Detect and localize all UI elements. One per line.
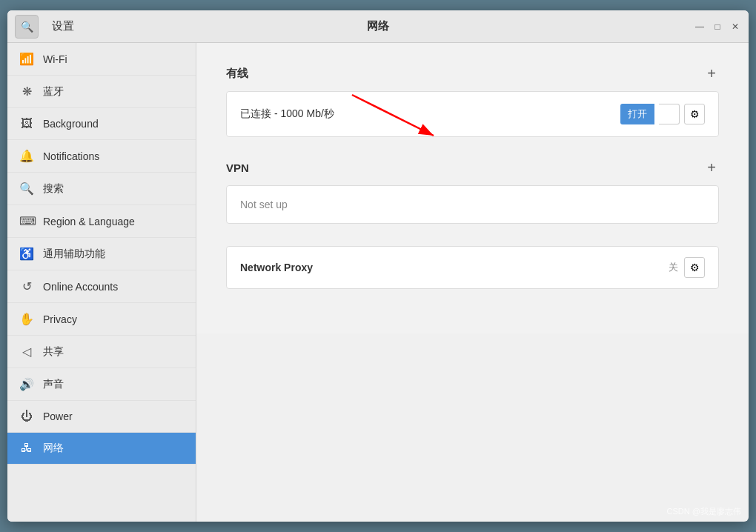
sidebar-title: 设置 — [52, 19, 74, 33]
sidebar-label-bluetooth: 蓝牙 — [43, 85, 64, 99]
sidebar-label-wifi: Wi-Fi — [43, 53, 67, 65]
wifi-icon: 📶 — [19, 52, 34, 66]
search-icon: 🔍 — [21, 21, 33, 33]
sidebar-label-power: Power — [43, 410, 73, 422]
proxy-title: Network Proxy — [240, 262, 313, 273]
proxy-controls: 关 ⚙ — [669, 257, 705, 278]
sidebar-label-sound: 声音 — [43, 378, 64, 391]
titlebar: 🔍 设置 网络 — □ ✕ — [7, 10, 749, 43]
window-controls: — □ ✕ — [694, 21, 741, 33]
sidebar-item-privacy[interactable]: ✋Privacy — [7, 303, 196, 336]
wired-gear-button[interactable]: ⚙ — [684, 104, 705, 124]
watermark: CSDN @我是廖志伟 — [667, 506, 741, 517]
wired-section: 有线 + 已连接 - 1000 Mb/秒 打开 ⚙ — [226, 65, 719, 137]
sidebar-label-background: Background — [43, 118, 99, 130]
main-title: 网络 — [367, 19, 389, 33]
sidebar-item-search[interactable]: 🔍搜索 — [7, 173, 196, 205]
vpn-not-setup-label: Not set up — [240, 199, 288, 210]
vpn-title: VPN — [226, 162, 249, 174]
sidebar-item-network[interactable]: 🖧网络 — [7, 433, 196, 465]
accessibility-icon: ♿ — [19, 247, 34, 261]
privacy-icon: ✋ — [19, 312, 34, 326]
sharing-icon: ◁ — [19, 345, 34, 359]
sidebar-item-accessibility[interactable]: ♿通用辅助功能 — [7, 238, 196, 270]
bluetooth-icon: ❋ — [19, 84, 34, 99]
vpn-not-setup-card: Not set up — [226, 185, 719, 224]
sidebar: 📶Wi-Fi❋蓝牙🖼Background🔔Notifications🔍搜索⌨Re… — [7, 43, 196, 522]
wired-section-header: 有线 + — [226, 65, 719, 82]
proxy-section: Network Proxy 关 ⚙ — [226, 246, 719, 289]
wired-add-button[interactable]: + — [704, 65, 719, 82]
sidebar-label-network: 网络 — [43, 442, 64, 455]
proxy-off-label: 关 — [669, 261, 678, 274]
sound-icon: 🔊 — [19, 377, 34, 391]
proxy-gear-icon: ⚙ — [690, 262, 700, 273]
wired-toggle-off-part — [659, 104, 680, 124]
sidebar-item-sharing[interactable]: ◁共享 — [7, 336, 196, 368]
sidebar-label-region: Region & Language — [43, 216, 135, 227]
proxy-gear-button[interactable]: ⚙ — [684, 257, 705, 278]
search-icon: 🔍 — [19, 182, 34, 196]
titlebar-search-button[interactable]: 🔍 — [15, 15, 39, 39]
wired-card-controls: 打开 ⚙ — [620, 104, 705, 124]
wired-connection-label: 已连接 - 1000 Mb/秒 — [240, 107, 334, 121]
sidebar-label-search: 搜索 — [43, 182, 64, 196]
sidebar-item-bluetooth[interactable]: ❋蓝牙 — [7, 76, 196, 108]
main-layout: 📶Wi-Fi❋蓝牙🖼Background🔔Notifications🔍搜索⌨Re… — [7, 43, 749, 522]
background-icon: 🖼 — [19, 117, 34, 130]
region-icon: ⌨ — [19, 214, 34, 228]
content-area: 有线 + 已连接 - 1000 Mb/秒 打开 ⚙ — [196, 43, 749, 333]
sidebar-label-notifications: Notifications — [43, 150, 99, 162]
sidebar-item-online_accounts[interactable]: ↺Online Accounts — [7, 270, 196, 303]
network-icon: 🖧 — [19, 442, 34, 455]
sidebar-item-sound[interactable]: 🔊声音 — [7, 368, 196, 401]
vpn-section: VPN + Not set up — [226, 159, 719, 224]
notifications-icon: 🔔 — [19, 149, 34, 163]
vpn-add-button[interactable]: + — [704, 159, 719, 176]
sidebar-label-privacy: Privacy — [43, 313, 77, 325]
vpn-section-header: VPN + — [226, 159, 719, 176]
sidebar-item-power[interactable]: ⏻Power — [7, 401, 196, 433]
sidebar-label-accessibility: 通用辅助功能 — [43, 247, 105, 261]
sidebar-label-sharing: 共享 — [43, 345, 64, 359]
close-button[interactable]: ✕ — [729, 21, 741, 33]
wired-connection-card: 已连接 - 1000 Mb/秒 打开 ⚙ — [226, 91, 719, 137]
sidebar-item-background[interactable]: 🖼Background — [7, 108, 196, 140]
titlebar-left: 🔍 设置 — [15, 15, 74, 39]
proxy-card: Network Proxy 关 ⚙ — [226, 246, 719, 289]
power-icon: ⏻ — [19, 410, 34, 423]
wired-gear-icon: ⚙ — [690, 108, 700, 120]
sidebar-label-online_accounts: Online Accounts — [43, 281, 118, 293]
sidebar-item-wifi[interactable]: 📶Wi-Fi — [7, 43, 196, 76]
wired-toggle-on-button[interactable]: 打开 — [620, 104, 654, 124]
sidebar-item-region[interactable]: ⌨Region & Language — [7, 205, 196, 238]
sidebar-item-notifications[interactable]: 🔔Notifications — [7, 140, 196, 173]
wired-title: 有线 — [226, 67, 248, 81]
maximize-button[interactable]: □ — [712, 21, 723, 33]
online_accounts-icon: ↺ — [19, 279, 34, 293]
minimize-button[interactable]: — — [694, 21, 706, 33]
